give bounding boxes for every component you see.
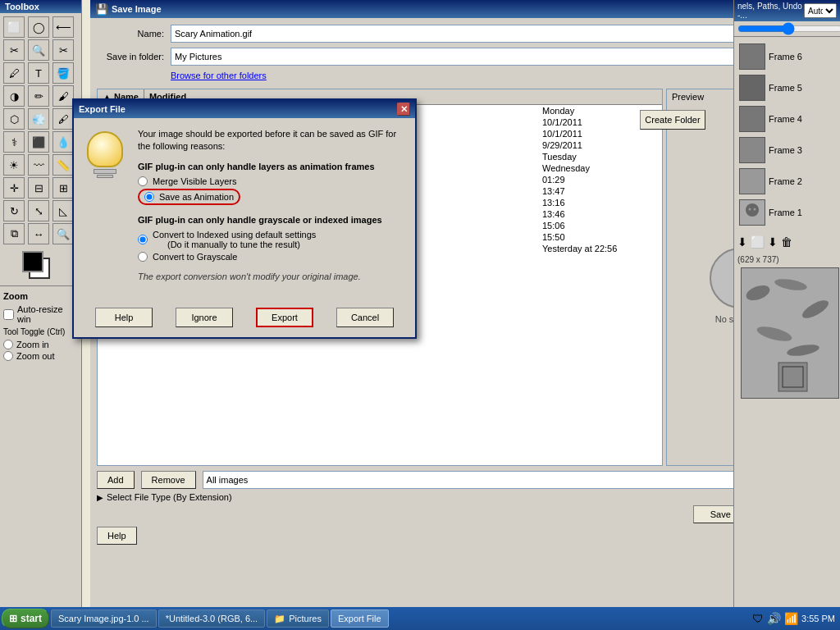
list-item[interactable]: Frame 2 (737, 167, 837, 196)
taskbar-item-scary-image[interactable]: Scary Image.jpg-1.0 ... (51, 609, 157, 628)
list-item[interactable]: Frame 3 (737, 135, 837, 165)
tool-shear[interactable]: ◺ (52, 200, 74, 221)
list-item[interactable]: Frame 1 (737, 198, 837, 227)
zoom-in-label: Zoom in (16, 340, 49, 349)
taskbar-item-label-4: Export File (338, 614, 381, 623)
tool-free-select[interactable]: ⟵ (52, 16, 74, 38)
tool-ink[interactable]: 🖋 (52, 108, 74, 130)
tool-paintbrush[interactable]: 🖌 (52, 85, 74, 107)
tool-blend[interactable]: ◑ (3, 85, 25, 107)
export-file-dialog: Export File ✕ Your image should be expor… (72, 98, 417, 339)
file-type-row[interactable]: ▶ Select File Type (By Extension) (97, 492, 814, 502)
tool-rect-select[interactable]: ⬜ (3, 16, 25, 38)
network-tray-icon[interactable]: 🛡 (752, 612, 764, 625)
zoom-out-option[interactable]: Zoom out (3, 351, 78, 361)
panel-action-icons: ⬇ ⬜ ⬇ 🗑 (734, 232, 840, 252)
grayscale-option[interactable]: Convert to Grayscale (138, 252, 402, 262)
zoom-in-option[interactable]: Zoom in (3, 340, 78, 349)
merge-visible-radio[interactable] (138, 176, 148, 186)
panel-icon-1[interactable]: ⬇ (737, 235, 747, 249)
taskbar-item-untitled[interactable]: *Untitled-3.0 (RGB, 6... (158, 609, 266, 628)
tool-smudge[interactable]: 〰 (28, 154, 49, 176)
tool-dodge[interactable]: ☀ (3, 154, 25, 176)
start-label: start (21, 613, 42, 624)
tool-bucket[interactable]: 🪣 (52, 62, 74, 84)
indexed-radio[interactable] (138, 235, 148, 244)
auto-select[interactable]: Auto (804, 3, 837, 18)
frame-thumb-6 (739, 43, 765, 70)
tool-zoom[interactable]: 🔍 (52, 223, 74, 244)
tool-crop[interactable]: ⊞ (52, 177, 74, 199)
bulb-base-icon (94, 169, 116, 174)
list-item[interactable]: Frame 6 (737, 42, 837, 71)
panel-icon-3[interactable]: ⬇ (768, 235, 778, 249)
save-animation-radio[interactable] (144, 192, 154, 202)
zoom-auto-resize: Auto-resize win (3, 304, 78, 324)
tool-airbrush[interactable]: 💨 (28, 108, 49, 130)
tool-blur[interactable]: 💧 (52, 131, 74, 153)
save-animation-option[interactable]: Save as Animation (138, 189, 402, 205)
zoom-out-radio[interactable] (3, 351, 13, 361)
tool-rotate[interactable]: ↻ (3, 200, 25, 221)
all-images-combo[interactable]: All images ▼ (203, 471, 814, 489)
save-in-combo[interactable]: My Pictures ▼ (171, 48, 814, 66)
tool-ellipse-select[interactable]: ◯ (28, 16, 49, 38)
remove-button[interactable]: Remove (141, 471, 196, 489)
indexed-label: Convert to Indexed using default setting… (153, 230, 316, 249)
taskbar-item-export[interactable]: Export File (331, 609, 389, 628)
taskbar-right: 🛡 🔊 📶 3:55 PM (752, 612, 838, 625)
tool-pencil[interactable]: ✏ (28, 85, 49, 107)
tool-clone[interactable]: ⬛ (28, 131, 49, 153)
panel-icon-2[interactable]: ⬜ (751, 235, 765, 249)
export-close-button[interactable]: ✕ (397, 103, 410, 116)
tool-perspective[interactable]: ⧉ (3, 223, 25, 244)
tool-paths[interactable]: 🖊 (3, 62, 25, 84)
list-item[interactable]: Frame 5 (737, 73, 837, 103)
zoom-slider[interactable] (737, 23, 840, 34)
frame-thumb-1 (739, 199, 765, 226)
name-input[interactable] (171, 25, 814, 43)
bottom-controls: Add Remove All images ▼ ▶ Select File Ty… (97, 471, 814, 545)
toolbox-panel: Toolbox ⬜ ◯ ⟵ ✂ 🔍 ✂ 🖊 T 🪣 ◑ ✏ 🖌 ⬡ 💨 🖋 ⚕ … (0, 0, 82, 607)
zoom-in-radio[interactable] (3, 340, 13, 349)
list-item[interactable]: Frame 4 (737, 104, 837, 134)
panel-icon-4[interactable]: 🗑 (781, 235, 792, 249)
merge-visible-option[interactable]: Merge Visible Layers (138, 176, 402, 186)
taskbar-item-pictures[interactable]: 📁 Pictures (267, 609, 329, 628)
save-animation-highlighted[interactable]: Save as Animation (138, 189, 240, 205)
tool-scissors[interactable]: ✂ (52, 39, 74, 61)
start-button[interactable]: ⊞ start (2, 609, 49, 628)
toolbox-title: Toolbox (0, 0, 81, 13)
browse-link[interactable]: Browse for other folders (171, 71, 267, 80)
tool-move[interactable]: ✛ (3, 177, 25, 199)
save-image-titlebar: 💾 Save Image ✕ (90, 0, 820, 18)
indexed-option[interactable]: Convert to Indexed using default setting… (138, 230, 402, 249)
auto-resize-checkbox[interactable] (3, 309, 14, 320)
export-button[interactable]: Export (256, 308, 313, 327)
tool-eraser[interactable]: ⬡ (3, 108, 25, 130)
tool-flip[interactable]: ↔ (28, 223, 49, 244)
toolbox-icons: ⬜ ◯ ⟵ ✂ 🔍 ✂ 🖊 T 🪣 ◑ ✏ 🖌 ⬡ 💨 🖋 ⚕ ⬛ 💧 ☀ 〰 … (0, 13, 81, 248)
create-folder-button[interactable]: Create Folder (640, 110, 705, 130)
svg-point-3 (749, 208, 751, 211)
ignore-button[interactable]: Ignore (176, 308, 233, 327)
cancel-button[interactable]: Cancel (336, 308, 394, 327)
zoom-section: Zoom Auto-resize win Tool Toggle (Ctrl) … (0, 285, 81, 368)
volume-tray-icon[interactable]: 🔊 (767, 612, 781, 625)
add-button[interactable]: Add (97, 471, 135, 489)
help-button[interactable]: Help (95, 308, 153, 327)
tool-by-color[interactable]: 🔍 (28, 39, 49, 61)
size-label: (629 x 737) (737, 255, 837, 264)
export-message: Your image should be exported before it … (138, 128, 402, 153)
tool-heal[interactable]: ⚕ (3, 131, 25, 153)
svg-point-2 (746, 203, 759, 217)
tool-text[interactable]: T (28, 62, 49, 84)
expand-icon[interactable]: ▶ (97, 493, 103, 502)
grayscale-radio[interactable] (138, 252, 148, 262)
tool-measure[interactable]: 📏 (52, 154, 74, 176)
help-bottom-button[interactable]: Help (97, 527, 137, 545)
tool-align[interactable]: ⊟ (28, 177, 49, 199)
tool-scale[interactable]: ⤡ (28, 200, 49, 221)
tool-fuzzy-select[interactable]: ✂ (3, 39, 25, 61)
security-tray-icon[interactable]: 📶 (784, 612, 798, 625)
